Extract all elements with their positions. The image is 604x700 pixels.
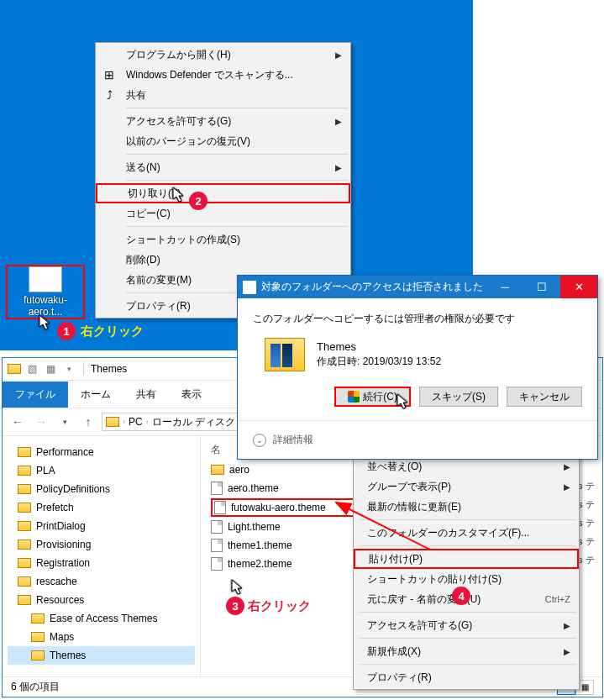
step-caption-3: 右クリック bbox=[248, 598, 311, 614]
status-text: 6 個の項目 bbox=[11, 680, 60, 694]
uac-title-text: 対象のフォルダーへのアクセスは拒否されました bbox=[261, 280, 483, 294]
tree-item[interactable]: rescache bbox=[8, 572, 195, 591]
folder-icon bbox=[18, 503, 31, 513]
tree-item[interactable]: Ease of Access Themes bbox=[8, 609, 195, 628]
file-icon bbox=[211, 539, 223, 552]
uac-body: このフォルダーへコピーするには管理者の権限が必要です Themes 作成日時: … bbox=[238, 298, 597, 420]
share-icon: ⤴ bbox=[102, 88, 116, 102]
step-caption-1: 右クリック bbox=[81, 324, 144, 339]
ctx2-customize[interactable]: このフォルダーのカスタマイズ(F)... bbox=[354, 523, 579, 543]
ctx1-copy[interactable]: コピー(C) bbox=[96, 203, 350, 224]
recent-button[interactable]: ▾ bbox=[55, 412, 75, 432]
tree-item-themes[interactable]: Themes bbox=[8, 646, 195, 665]
ctx2-paste[interactable]: 貼り付け(P) bbox=[354, 549, 579, 569]
separator bbox=[359, 519, 576, 520]
maximize-button[interactable]: ☐ bbox=[523, 276, 560, 298]
folder-icon bbox=[18, 539, 31, 550]
ctx2-new[interactable]: 新規作成(X)▶ bbox=[354, 641, 579, 661]
ctx2-paste-shortcut[interactable]: ショートカットの貼り付け(S) bbox=[354, 569, 579, 589]
file-icon bbox=[214, 501, 226, 514]
ctx2-refresh[interactable]: 最新の情報に更新(E) bbox=[354, 497, 579, 517]
tab-home[interactable]: ホーム bbox=[68, 382, 123, 408]
chevron-right-icon: ▶ bbox=[564, 647, 570, 656]
context-menu-2: 並べ替え(O)▶ グループで表示(P)▶ 最新の情報に更新(E) このフォルダー… bbox=[353, 454, 580, 690]
folder-icon bbox=[18, 484, 31, 494]
ctx1-shortcut[interactable]: ショートカットの作成(S) bbox=[96, 229, 350, 250]
cancel-button[interactable]: キャンセル bbox=[507, 387, 582, 407]
up-button[interactable]: ↑ bbox=[78, 412, 98, 432]
chevron-right-icon: › bbox=[123, 418, 125, 426]
ctx1-open-with[interactable]: プログラムから開く(H)▶ bbox=[96, 45, 350, 65]
tab-view[interactable]: 表示 bbox=[169, 382, 214, 408]
chevron-right-icon: ▶ bbox=[564, 621, 570, 630]
desktop-file-icon[interactable]: futowaku-aero.t... bbox=[6, 265, 85, 319]
ctx1-send[interactable]: 送る(N)▶ bbox=[96, 157, 350, 177]
file-icon bbox=[211, 557, 223, 571]
skip-button[interactable]: スキップ(S) bbox=[419, 387, 498, 407]
step-badge-4: 4 bbox=[452, 587, 470, 605]
chevron-right-icon: › bbox=[146, 418, 149, 426]
folder-icon bbox=[31, 650, 45, 661]
continue-button[interactable]: 続行(C) bbox=[334, 387, 411, 407]
folder-icon bbox=[18, 521, 31, 531]
chevron-right-icon: ▶ bbox=[564, 482, 570, 492]
tab-file[interactable]: ファイル bbox=[3, 382, 68, 408]
step-badge-1: 1 bbox=[57, 322, 76, 340]
tree-item[interactable]: Resources bbox=[8, 591, 195, 609]
tree-item[interactable]: PLA bbox=[8, 461, 195, 480]
ctx2-property[interactable]: プロパティ(R) bbox=[354, 667, 579, 687]
ctx1-defender[interactable]: ⊞Windows Defender でスキャンする... bbox=[96, 65, 350, 85]
theme-file-icon bbox=[29, 266, 62, 292]
ctx1-delete[interactable]: 削除(D) bbox=[96, 250, 350, 270]
ctx1-share[interactable]: ⤴共有 bbox=[96, 85, 350, 105]
folder-icon bbox=[211, 465, 224, 475]
file-icon bbox=[211, 482, 223, 495]
back-button[interactable]: ← bbox=[8, 412, 28, 432]
tree-item[interactable]: Registration bbox=[8, 554, 195, 572]
app-icon bbox=[8, 364, 21, 374]
uac-message: このフォルダーへコピーするには管理者の権限が必要です bbox=[253, 312, 582, 326]
tree-item[interactable]: PrintDialog bbox=[8, 517, 195, 535]
uac-detail-toggle[interactable]: ⌄ 詳細情報 bbox=[238, 420, 597, 459]
forward-button[interactable]: → bbox=[31, 412, 51, 432]
separator bbox=[359, 612, 576, 613]
separator bbox=[359, 545, 576, 546]
folder-icon bbox=[31, 632, 45, 642]
qat-button[interactable]: ▧ bbox=[24, 361, 39, 376]
chevron-right-icon: ▶ bbox=[564, 462, 570, 471]
chevron-down-icon: ⌄ bbox=[253, 434, 266, 447]
step-badge-2: 2 bbox=[189, 192, 207, 210]
chevron-right-icon: ▶ bbox=[335, 117, 342, 126]
folder-icon bbox=[18, 576, 31, 587]
window-title: Themes bbox=[91, 363, 127, 375]
tree-item[interactable]: PolicyDefinitions bbox=[8, 480, 195, 498]
nav-tree: Performance PLA PolicyDefinitions Prefet… bbox=[3, 436, 201, 676]
qat-button[interactable]: ▦ bbox=[43, 361, 58, 376]
file-icon bbox=[211, 520, 223, 534]
minimize-button[interactable]: ─ bbox=[486, 276, 523, 298]
tab-share[interactable]: 共有 bbox=[123, 382, 169, 408]
step-badge-3: 3 bbox=[226, 597, 244, 615]
shortcut-text: Ctrl+Z bbox=[545, 594, 570, 604]
ctx1-restore[interactable]: 以前のバージョンの復元(V) bbox=[96, 131, 350, 151]
shield-icon: ⊞ bbox=[102, 68, 116, 82]
ctx2-access[interactable]: アクセスを許可する(G)▶ bbox=[354, 615, 579, 635]
ctx1-cut[interactable]: 切り取り(T) bbox=[96, 183, 350, 203]
desktop-file-label: futowaku-aero.t... bbox=[8, 294, 83, 318]
folder-icon bbox=[18, 595, 31, 605]
uac-folder-name: Themes bbox=[317, 340, 441, 353]
uac-folder-info: Themes 作成日時: 2019/03/19 13:52 bbox=[265, 338, 582, 371]
close-button[interactable]: ✕ bbox=[560, 276, 597, 298]
tree-item[interactable]: Performance bbox=[8, 443, 195, 461]
tree-item[interactable]: Prefetch bbox=[8, 498, 195, 517]
tree-item[interactable]: Provisioning bbox=[8, 535, 195, 554]
folder-icon bbox=[106, 417, 119, 427]
ctx1-access[interactable]: アクセスを許可する(G)▶ bbox=[96, 111, 350, 131]
folder-icon bbox=[31, 613, 45, 624]
chevron-right-icon: ▶ bbox=[335, 50, 342, 60]
tree-item[interactable]: Maps bbox=[8, 628, 195, 646]
qat-dropdown[interactable]: ▾ bbox=[61, 361, 76, 376]
uac-dialog: 対象のフォルダーへのアクセスは拒否されました ─ ☐ ✕ このフォルダーへコピー… bbox=[237, 275, 598, 460]
separator bbox=[126, 180, 348, 181]
ctx2-group[interactable]: グループで表示(P)▶ bbox=[354, 476, 579, 497]
